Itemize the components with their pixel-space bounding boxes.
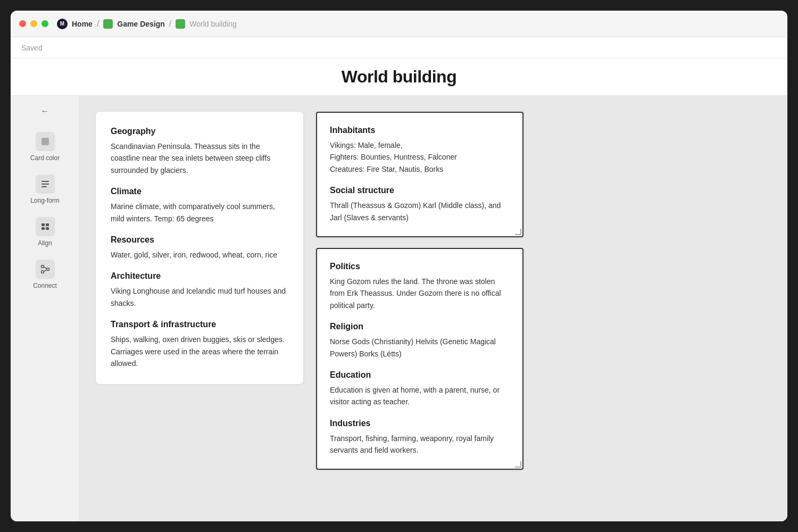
breadcrumb-home[interactable]: Home: [72, 20, 93, 28]
architecture-body: Viking Longhouse and Icelandic mud turf …: [111, 285, 288, 309]
svg-line-12: [44, 270, 46, 272]
industries-body: Transport, fishing, farming, weaponry, r…: [330, 433, 510, 456]
transport-body: Ships, walking, oxen driven buggies, ski…: [111, 334, 288, 369]
titlebar: M Home / Game Design / World building: [11, 11, 787, 37]
right-top-card: Inhabitants Vikings: Male, female, Fight…: [316, 112, 523, 237]
right-bottom-card: Politics King Gozom rules the land. The …: [316, 248, 523, 470]
svg-rect-2: [41, 184, 49, 185]
app-icon: M: [57, 19, 68, 29]
game-design-icon: [103, 19, 113, 29]
sidebar-item-card-color[interactable]: Card color: [11, 127, 79, 167]
svg-rect-6: [41, 227, 45, 230]
sidebar-item-long-form[interactable]: Long-form: [11, 169, 79, 210]
resize-handle-top[interactable]: [515, 229, 521, 235]
svg-rect-3: [41, 186, 47, 187]
app-window: M Home / Game Design / World building Sa…: [11, 11, 787, 521]
card-color-label: Card color: [30, 154, 60, 162]
connect-icon: [36, 260, 55, 279]
transport-heading: Transport & infrastructure: [111, 320, 288, 329]
right-column: Inhabitants Vikings: Male, female, Fight…: [316, 112, 523, 505]
right-top-card-wrapper: Inhabitants Vikings: Male, female, Fight…: [316, 112, 523, 237]
back-icon: ←: [41, 106, 49, 116]
social-structure-heading: Social structure: [330, 186, 510, 195]
breadcrumb-sep-2: /: [169, 19, 171, 29]
religion-body: Norse Gods (Christianity) Helvits (Genet…: [330, 336, 510, 360]
breadcrumb: M Home / Game Design / World building: [57, 19, 237, 29]
climate-heading: Climate: [111, 187, 288, 196]
align-icon: [36, 217, 55, 236]
sidebar-item-align[interactable]: Align: [11, 212, 79, 252]
religion-heading: Religion: [330, 322, 510, 331]
svg-rect-5: [46, 223, 49, 226]
maximize-button[interactable]: [41, 20, 48, 27]
breadcrumb-game-design[interactable]: Game Design: [117, 20, 164, 28]
resize-handle-bottom[interactable]: [515, 461, 521, 468]
politics-body: King Gozom rules the land. The throne wa…: [330, 276, 510, 311]
page-title: World building: [11, 67, 787, 87]
architecture-heading: Architecture: [111, 271, 288, 281]
card-color-icon: [36, 132, 55, 151]
left-card: Geography Scandinavian Peninsula. Theass…: [96, 112, 303, 384]
svg-rect-4: [41, 223, 45, 226]
long-form-label: Long-form: [30, 197, 60, 204]
right-bottom-card-wrapper: Politics King Gozom rules the land. The …: [316, 248, 523, 470]
traffic-lights: [19, 20, 48, 27]
svg-point-10: [41, 271, 44, 273]
svg-rect-1: [41, 181, 49, 182]
industries-heading: Industries: [330, 419, 510, 428]
sidebar-item-connect[interactable]: Connect: [11, 254, 79, 295]
canvas[interactable]: Geography Scandinavian Peninsula. Theass…: [80, 96, 787, 521]
svg-point-9: [46, 268, 49, 271]
page-title-bar: World building: [11, 59, 787, 96]
minimize-button[interactable]: [30, 20, 37, 27]
close-button[interactable]: [19, 20, 26, 27]
climate-body: Marine climate, with comparatively cool …: [111, 201, 288, 225]
geography-body: Scandinavian Peninsula. Theassus sits in…: [111, 140, 288, 176]
education-heading: Education: [330, 370, 510, 380]
svg-rect-7: [46, 227, 49, 230]
back-button[interactable]: ←: [11, 102, 79, 120]
sidebar: ← Card color Long-form: [11, 96, 80, 521]
breadcrumb-sep-1: /: [97, 19, 99, 29]
education-body: Education is given at home, with a paren…: [330, 384, 510, 408]
main-area: ← Card color Long-form: [11, 96, 787, 521]
world-building-icon: [176, 19, 185, 29]
inhabitants-body: Vikings: Male, female, Fighters: Bountie…: [330, 139, 510, 175]
connect-label: Connect: [33, 282, 57, 289]
inhabitants-heading: Inhabitants: [330, 126, 510, 135]
breadcrumb-world-building[interactable]: World building: [189, 20, 236, 28]
politics-heading: Politics: [330, 262, 510, 271]
svg-rect-0: [41, 138, 49, 145]
saved-status: Saved: [21, 44, 43, 52]
left-column: Geography Scandinavian Peninsula. Theass…: [96, 112, 303, 505]
svg-line-11: [44, 267, 46, 269]
statusbar: Saved: [11, 37, 787, 59]
resources-heading: Resources: [111, 235, 288, 245]
align-label: Align: [38, 239, 52, 247]
social-structure-body: Thrall (Theassus & Gozom) Karl (Middle c…: [330, 200, 510, 223]
geography-heading: Geography: [111, 127, 288, 136]
resources-body: Water, gold, silver, iron, redwood, whea…: [111, 249, 288, 261]
long-form-icon: [36, 174, 55, 194]
svg-point-8: [41, 265, 44, 268]
